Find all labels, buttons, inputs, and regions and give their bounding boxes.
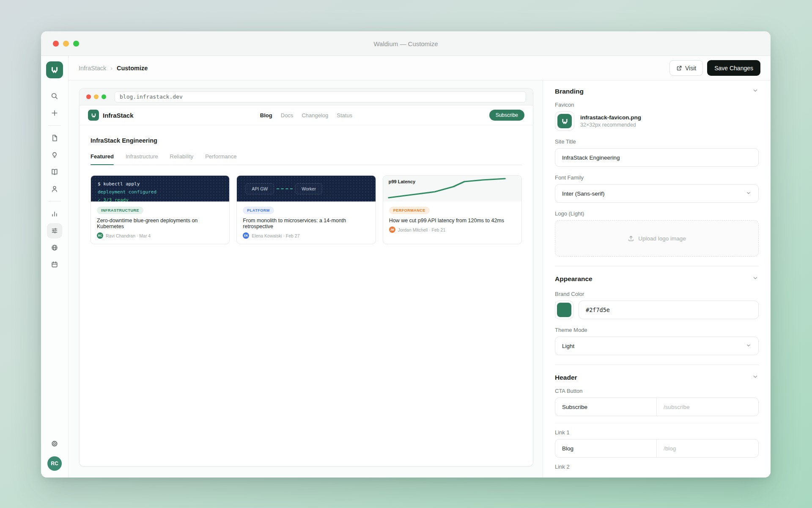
app-window: Waldium — Customize (41, 31, 771, 478)
preview-tab-performance[interactable]: Performance (205, 153, 236, 165)
brand-color-label: Brand Color (555, 291, 759, 297)
browser-chrome: blog.infrastack.dev (80, 88, 533, 105)
preview-nav-docs[interactable]: Docs (281, 112, 294, 119)
post-title: Zero-downtime blue-green deployments on … (97, 218, 223, 229)
field-divider (555, 423, 759, 423)
chevron-down-icon[interactable] (752, 87, 759, 96)
search-icon[interactable] (47, 88, 62, 104)
theme-mode-label: Theme Mode (555, 327, 759, 333)
post-meta: JM Jordan Mitchell · Feb 21 (389, 226, 516, 233)
favicon-preview[interactable] (555, 111, 574, 131)
link1-url-input[interactable] (657, 439, 758, 457)
link1-label: Link 1 (555, 429, 759, 436)
preview-site-header: InfraStack Blog Docs Changelog Status Su… (80, 105, 533, 125)
person-icon[interactable] (47, 181, 62, 196)
upload-icon (628, 235, 634, 242)
browser-traffic-lights (86, 94, 106, 99)
save-changes-button[interactable]: Save Changes (707, 60, 760, 76)
external-link-icon (676, 65, 682, 71)
preview-tabs: Featured Infrastructure Reliability Perf… (91, 153, 522, 165)
infrastack-logo-icon (88, 110, 99, 121)
preview-nav-changelog[interactable]: Changelog (302, 112, 328, 119)
library-book-icon[interactable] (47, 164, 62, 179)
waldium-logo-icon[interactable] (46, 61, 63, 78)
favicon-label: Favicon (555, 102, 759, 108)
post-card[interactable]: p99 Latency PERFORMANCE How we cut p99 A… (383, 175, 522, 244)
user-avatar[interactable]: RC (47, 456, 62, 471)
branding-title: Branding (555, 88, 584, 95)
sidebar-divider (48, 201, 61, 202)
author-avatar: JM (389, 226, 395, 233)
favicon-filename: infrastack-favicon.png (580, 114, 641, 121)
preview-site-nav: Blog Docs Changelog Status (80, 112, 533, 119)
link1-label-input[interactable] (555, 439, 657, 457)
settings-gear-icon[interactable] (47, 436, 62, 451)
appearance-title: Appearance (555, 275, 593, 283)
preview-tab-reliability[interactable]: Reliability (170, 153, 194, 165)
lightbulb-icon[interactable] (47, 147, 62, 163)
post-card[interactable]: API GW Worker PLATFORM From monolith to … (236, 175, 376, 244)
site-title-label: Site Title (555, 138, 759, 145)
sidebar-divider (48, 125, 61, 126)
post-title: From monolith to microservices: a 14-mon… (243, 218, 369, 229)
chevron-right-icon: › (110, 65, 112, 72)
link2-label: Link 2 (555, 464, 759, 470)
customize-sliders-icon[interactable] (47, 223, 62, 238)
latency-sparkline (383, 176, 521, 202)
preview-nav-blog[interactable]: Blog (260, 112, 272, 119)
cta-label-input[interactable] (555, 398, 657, 416)
topbar: InfraStack › Customize Visit Save Change… (69, 56, 771, 80)
section-divider (555, 364, 759, 365)
preview-tab-infrastructure[interactable]: Infrastructure (126, 153, 158, 165)
branding-section-header[interactable]: Branding (555, 87, 759, 96)
header-section-header[interactable]: Header (555, 373, 759, 382)
appearance-section-header[interactable]: Appearance (555, 275, 759, 283)
theme-mode-select[interactable]: Light (555, 337, 759, 355)
post-tag: PLATFORM (243, 207, 274, 214)
breadcrumb-parent[interactable]: InfraStack (79, 65, 106, 72)
favicon-hint: 32×32px recommended (580, 122, 641, 128)
font-family-value: Inter (Sans-serif) (562, 190, 605, 197)
site-title-input[interactable] (555, 148, 759, 167)
brand-color-input[interactable] (579, 301, 759, 319)
visit-button[interactable]: Visit (669, 60, 703, 76)
font-family-select[interactable]: Inter (Sans-serif) (555, 184, 759, 203)
window-title: Waldium — Customize (41, 31, 771, 56)
preview-site-heading: InfraStack Engineering (91, 137, 522, 144)
visit-button-label: Visit (685, 65, 696, 72)
sidebar: RC (41, 56, 69, 478)
post-thumbnail-chart: p99 Latency (383, 176, 521, 202)
document-icon[interactable] (47, 130, 62, 146)
header-title: Header (555, 374, 577, 381)
link1-fields (555, 439, 759, 458)
chevron-down-icon[interactable] (752, 275, 759, 283)
preview-tab-featured[interactable]: Featured (91, 153, 114, 165)
post-meta: EK Elena Kowalski · Feb 27 (243, 232, 369, 239)
site-preview-frame: blog.infrastack.dev InfraStack Blog Docs… (79, 88, 533, 467)
brand-color-swatch[interactable] (555, 301, 573, 319)
post-meta: RC Ravi Chandran · Mar 4 (97, 232, 223, 239)
preview-subscribe-button[interactable]: Subscribe (489, 110, 524, 121)
post-thumbnail-terminal: $ kubectl apply deployment configured ✓ … (91, 176, 229, 202)
post-title: How we cut p99 API latency from 120ms to… (389, 218, 516, 224)
post-author-date: Elena Kowalski · Feb 27 (252, 233, 299, 238)
cta-url-input[interactable] (657, 398, 758, 416)
upload-text: Upload logo image (638, 235, 686, 242)
preview-site-name: InfraStack (103, 112, 134, 119)
breadcrumb-current: Customize (117, 65, 148, 72)
add-icon[interactable] (47, 105, 62, 121)
analytics-chart-icon[interactable] (47, 206, 62, 221)
section-divider (555, 266, 759, 266)
chevron-down-icon (746, 190, 752, 197)
browser-url-bar[interactable]: blog.infrastack.dev (115, 91, 526, 102)
calendar-icon[interactable] (47, 257, 62, 272)
preview-nav-status[interactable]: Status (337, 112, 352, 119)
chevron-down-icon[interactable] (752, 373, 759, 382)
author-avatar: RC (97, 232, 103, 239)
logo-light-label: Logo (Light) (555, 210, 759, 217)
post-card[interactable]: $ kubectl apply deployment configured ✓ … (91, 175, 230, 244)
logo-upload-dropzone[interactable]: Upload logo image (555, 220, 759, 257)
globe-icon[interactable] (47, 240, 62, 255)
post-author-date: Jordan Mitchell · Feb 21 (398, 227, 446, 232)
post-thumbnail-diagram: API GW Worker (237, 176, 375, 202)
